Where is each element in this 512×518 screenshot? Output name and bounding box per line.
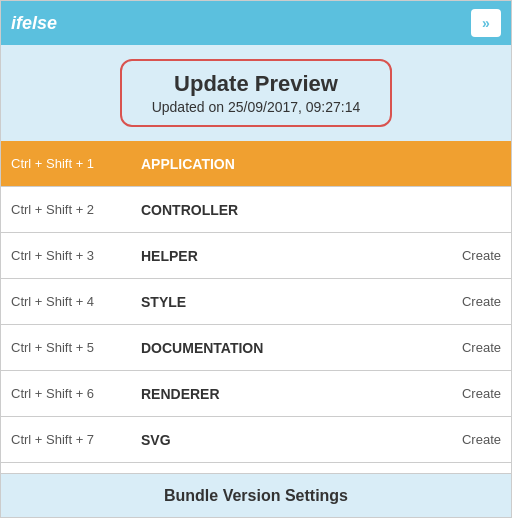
table-row[interactable]: Ctrl + Shift + 1APPLICATION bbox=[1, 141, 511, 187]
table-row[interactable]: Ctrl + Shift + 7SVGCreate bbox=[1, 417, 511, 463]
footer: Bundle Version Settings bbox=[1, 473, 511, 517]
row-shortcut: Ctrl + Shift + 3 bbox=[11, 248, 141, 263]
row-shortcut: Ctrl + Shift + 4 bbox=[11, 294, 141, 309]
row-action[interactable]: Create bbox=[462, 294, 501, 309]
update-preview-title: Update Preview bbox=[152, 71, 361, 97]
row-shortcut: Ctrl + Shift + 2 bbox=[11, 202, 141, 217]
row-label: HELPER bbox=[141, 248, 462, 264]
row-action[interactable]: Create bbox=[462, 432, 501, 447]
footer-label: Bundle Version Settings bbox=[164, 487, 348, 505]
row-action[interactable]: Create bbox=[462, 340, 501, 355]
row-label: SVG bbox=[141, 432, 462, 448]
update-preview-subtitle: Updated on 25/09/2017, 09:27:14 bbox=[152, 99, 361, 115]
row-label: CONTROLLER bbox=[141, 202, 501, 218]
row-label: RENDERER bbox=[141, 386, 462, 402]
row-label: DOCUMENTATION bbox=[141, 340, 462, 356]
update-preview-wrapper: Update Preview Updated on 25/09/2017, 09… bbox=[1, 45, 511, 141]
table-row[interactable]: Ctrl + Shift + 6RENDERERCreate bbox=[1, 371, 511, 417]
row-shortcut: Ctrl + Shift + 5 bbox=[11, 340, 141, 355]
row-shortcut: Ctrl + Shift + 6 bbox=[11, 386, 141, 401]
row-action[interactable]: Create bbox=[462, 248, 501, 263]
table-row[interactable]: Ctrl + Shift + 2CONTROLLER bbox=[1, 187, 511, 233]
update-preview-box: Update Preview Updated on 25/09/2017, 09… bbox=[120, 59, 393, 127]
row-label: STYLE bbox=[141, 294, 462, 310]
app-title: ifelse bbox=[11, 13, 57, 34]
table-row[interactable]: Ctrl + Shift + 4STYLECreate bbox=[1, 279, 511, 325]
row-shortcut: Ctrl + Shift + 1 bbox=[11, 156, 141, 171]
row-action[interactable]: Create bbox=[462, 386, 501, 401]
header: ifelse » bbox=[1, 1, 511, 45]
app-container: ifelse » Update Preview Updated on 25/09… bbox=[0, 0, 512, 518]
table-area: Ctrl + Shift + 1APPLICATIONCtrl + Shift … bbox=[1, 141, 511, 473]
row-label: APPLICATION bbox=[141, 156, 501, 172]
table-row[interactable]: Ctrl + Shift + 3HELPERCreate bbox=[1, 233, 511, 279]
row-shortcut: Ctrl + Shift + 7 bbox=[11, 432, 141, 447]
table-row[interactable]: Ctrl + Shift + 5DOCUMENTATIONCreate bbox=[1, 325, 511, 371]
expand-button[interactable]: » bbox=[471, 9, 501, 37]
